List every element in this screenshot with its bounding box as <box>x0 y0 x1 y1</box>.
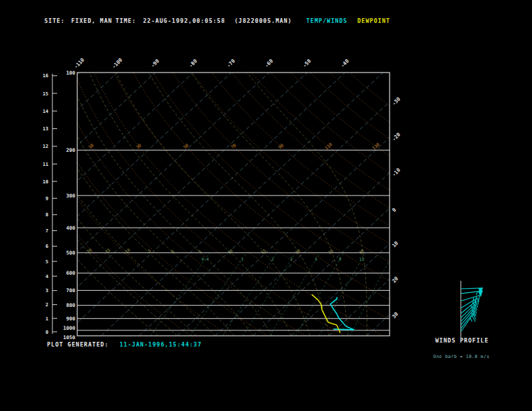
moist-adiabat-lines: -20-15-10-5051015202530 <box>0 73 367 336</box>
svg-text:20: 20 <box>391 275 400 284</box>
plot-frame <box>77 73 390 336</box>
svg-text:4: 4 <box>46 274 48 279</box>
svg-text:-15: -15 <box>102 247 111 255</box>
svg-text:1000: 1000 <box>63 325 76 331</box>
wind-profile-panel <box>461 281 483 338</box>
svg-text:10: 10 <box>87 142 95 150</box>
site-value: FIXED, MAN <box>71 17 112 24</box>
svg-text:11: 11 <box>43 162 48 167</box>
svg-text:3: 3 <box>290 257 293 261</box>
svg-text:200: 200 <box>66 147 75 153</box>
svg-text:-60: -60 <box>263 58 274 68</box>
file-id: (J8220005.MAN) <box>234 17 292 24</box>
site-label: SITE: <box>44 17 65 24</box>
svg-text:0: 0 <box>391 207 398 214</box>
svg-text:14: 14 <box>43 109 48 114</box>
svg-text:30: 30 <box>135 142 142 150</box>
pressure-gridlines <box>77 150 390 330</box>
svg-text:100: 100 <box>66 70 75 76</box>
plot-generated-label: PLOT GENERATED: <box>47 341 109 348</box>
svg-text:1: 1 <box>46 316 48 322</box>
svg-text:2: 2 <box>271 257 274 261</box>
svg-text:16: 16 <box>43 73 48 79</box>
svg-text:600: 600 <box>66 270 75 276</box>
svg-text:5: 5 <box>197 248 202 254</box>
svg-text:-50: -50 <box>302 58 312 68</box>
svg-text:30: 30 <box>358 248 365 255</box>
svg-text:12: 12 <box>359 257 365 261</box>
svg-text:3: 3 <box>46 288 48 293</box>
svg-text:400: 400 <box>66 225 75 231</box>
svg-text:5: 5 <box>315 257 318 261</box>
svg-text:50: 50 <box>182 142 189 150</box>
svg-text:90: 90 <box>277 142 285 150</box>
height-axis: 012345678910111213141516 <box>43 73 57 334</box>
svg-text:-30: -30 <box>391 96 402 107</box>
svg-text:-20: -20 <box>391 131 402 142</box>
svg-text:13: 13 <box>43 126 48 132</box>
svg-text:5: 5 <box>46 259 48 265</box>
svg-text:10: 10 <box>227 248 234 255</box>
svg-text:900: 900 <box>66 316 75 322</box>
svg-text:0: 0 <box>170 248 175 254</box>
isotherm-top-labels: -110-100-90-80-70-60-50-40 <box>73 56 350 70</box>
svg-text:1050: 1050 <box>63 334 76 340</box>
svg-text:110: 110 <box>324 142 333 151</box>
svg-text:15: 15 <box>43 91 48 97</box>
winds-barb-caption: One barb = 10.0 m/s <box>433 354 490 359</box>
plot-generated-value: 11-JAN-1996,15:44:37 <box>120 341 202 348</box>
svg-text:2: 2 <box>46 302 48 308</box>
svg-text:8: 8 <box>46 212 48 218</box>
svg-text:-90: -90 <box>150 58 161 68</box>
isotherm-lines <box>0 73 532 336</box>
legend-temp-winds: TEMP/WINDS <box>306 17 347 24</box>
svg-text:-80: -80 <box>187 58 198 68</box>
time-label: TIME: <box>116 17 136 24</box>
svg-text:-10: -10 <box>391 167 402 177</box>
svg-text:300: 300 <box>66 193 75 199</box>
svg-text:0: 0 <box>46 330 48 335</box>
svg-text:10: 10 <box>391 240 400 248</box>
svg-text:-40: -40 <box>339 58 350 68</box>
svg-text:500: 500 <box>66 250 75 256</box>
svg-text:-10: -10 <box>122 247 131 255</box>
svg-text:-70: -70 <box>226 58 236 68</box>
skewt-display: 0.41235812-20-15-10-50510152025301030507… <box>0 0 532 411</box>
skewt-chart-canvas: 0.41235812-20-15-10-50510152025301030507… <box>0 0 532 411</box>
svg-text:-5: -5 <box>145 248 152 255</box>
svg-text:12: 12 <box>43 144 48 149</box>
svg-text:8: 8 <box>339 257 341 261</box>
svg-text:1: 1 <box>241 257 244 261</box>
time-value: 22-AUG-1992,00:05:58 <box>143 17 225 24</box>
svg-text:7: 7 <box>46 228 48 234</box>
svg-text:700: 700 <box>66 287 75 293</box>
svg-text:30: 30 <box>391 311 400 320</box>
svg-text:20: 20 <box>294 248 301 255</box>
mixing-ratio-lines: 0.41235812 <box>150 253 394 336</box>
isotherm-right-labels: -30-20-100102030 <box>391 96 402 320</box>
svg-text:10: 10 <box>43 179 48 185</box>
svg-text:-100: -100 <box>111 56 124 70</box>
svg-text:800: 800 <box>66 302 75 308</box>
dry-adiabat-lines: 1030507090110130 <box>0 73 532 336</box>
svg-text:6: 6 <box>46 244 48 249</box>
svg-text:9: 9 <box>46 196 48 201</box>
svg-text:-110: -110 <box>73 56 85 70</box>
svg-text:25: 25 <box>327 248 334 255</box>
legend-dewpoint: DEWPOINT <box>357 17 390 24</box>
winds-profile-title: WINDS PROFILE <box>435 337 489 344</box>
pressure-axis-labels: 10020030040050060070080090010001050 <box>63 70 76 340</box>
